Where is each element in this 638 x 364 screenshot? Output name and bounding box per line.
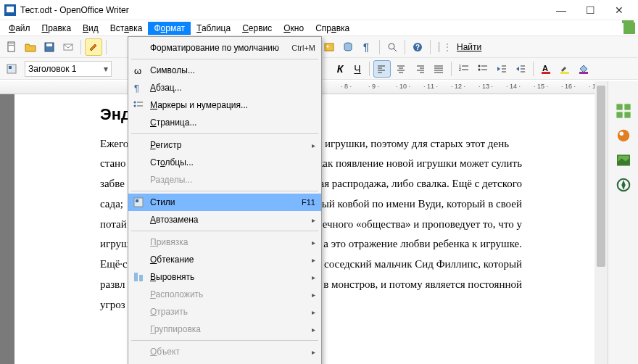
submenu-arrow-icon: ▸ <box>312 273 315 281</box>
align-right-button[interactable] <box>411 60 428 78</box>
menu-item--[interactable]: Страница... <box>128 114 321 131</box>
menu-сервис[interactable]: Сервис <box>236 22 278 35</box>
datasource-button[interactable] <box>339 38 357 56</box>
scrollbar-thumb[interactable] <box>597 86 605 267</box>
align-left-button[interactable] <box>373 60 391 78</box>
toolbar-separator <box>369 62 370 76</box>
submenu-arrow-icon: ▸ <box>312 239 315 247</box>
menu-item--[interactable]: Маркеры и нумерация... <box>128 96 321 114</box>
email-button[interactable] <box>59 38 77 56</box>
svg-rect-59 <box>579 72 588 74</box>
find-label[interactable]: Найти <box>457 42 481 52</box>
styles-toolbar-button[interactable] <box>3 60 20 78</box>
menu-separator <box>131 231 318 231</box>
save-button[interactable] <box>41 38 58 56</box>
edit-button[interactable] <box>85 38 102 56</box>
openoffice-icon <box>624 22 635 34</box>
svg-text:?: ? <box>415 44 420 51</box>
menu-item--[interactable]: Автозамена▸ <box>128 211 321 228</box>
menu-item--[interactable]: ωСимволы... <box>128 62 321 79</box>
menu-item-label: Объект <box>150 347 307 357</box>
styles-icon <box>131 197 146 208</box>
paragraph-style-combo[interactable]: Заголовок 1 <box>25 61 112 77</box>
svg-point-46 <box>478 65 481 67</box>
align-center-button[interactable] <box>392 60 410 78</box>
menu-item-label: Абзац... <box>150 83 315 93</box>
new-document-button[interactable] <box>3 38 20 56</box>
dotted-grip: ⋮ <box>443 42 452 52</box>
menu-separator <box>131 59 318 59</box>
menu-таблица[interactable]: Таблица <box>191 22 236 35</box>
toolbar-separator <box>379 40 380 54</box>
bullet-list-button[interactable] <box>474 60 492 78</box>
svg-rect-63 <box>624 112 630 117</box>
maximize-button[interactable]: ☐ <box>576 1 605 19</box>
menu-item--[interactable]: СтилиF11 <box>128 194 321 211</box>
background-color-button[interactable] <box>575 60 592 78</box>
nonprinting-button[interactable]: ¶ <box>358 38 376 56</box>
menu-вставка[interactable]: Вставка <box>104 22 149 35</box>
menu-вид[interactable]: Вид <box>77 22 104 35</box>
zoom-button[interactable] <box>384 38 401 56</box>
menu-item-label: Регистр <box>150 140 307 150</box>
menu-формат[interactable]: Формат <box>148 22 191 35</box>
svg-rect-60 <box>616 104 622 109</box>
highlight-color-button[interactable] <box>556 60 573 78</box>
svg-rect-57 <box>542 72 550 74</box>
menu-item-label: Страница... <box>150 117 315 128</box>
vertical-scrollbar[interactable] <box>594 81 608 364</box>
titlebar: Тест.odt - OpenOffice Writer — ☐ ✕ <box>0 0 638 20</box>
menu-item--[interactable]: ¶Абзац... <box>128 79 321 96</box>
menu-item--[interactable]: Регистр▸ <box>128 136 321 154</box>
menu-item--: Объект▸ <box>128 343 321 360</box>
menu-item-label: Автозамена <box>150 215 307 225</box>
align-justify-button[interactable] <box>430 60 447 78</box>
svg-point-20 <box>389 44 394 49</box>
gallery-button[interactable] <box>320 38 338 56</box>
ruler-tick: · 13 · <box>478 83 493 90</box>
help-button[interactable]: ? <box>409 38 426 56</box>
svg-rect-2 <box>9 45 14 46</box>
underline-button[interactable]: Ч <box>349 63 365 75</box>
menu-item--[interactable]: Обтекание▸ <box>128 251 321 268</box>
ruler-tick: · 15 · <box>534 83 548 90</box>
svg-text:ω: ω <box>134 65 141 76</box>
menu-item--[interactable]: Выровнять▸ <box>128 268 321 286</box>
menu-item-label: Форматирование по умолчанию <box>150 43 291 53</box>
ruler-tick: · 8 · <box>341 83 352 90</box>
menu-окно[interactable]: Окно <box>278 22 310 35</box>
menu-item--: Врезка/Объект... <box>128 360 321 364</box>
menu-правка[interactable]: Правка <box>36 22 78 35</box>
menubar: ФайлПравкаВидВставкаФорматТаблицаСервисО… <box>0 20 638 36</box>
gallery-sidebar-icon[interactable] <box>616 152 631 168</box>
close-button[interactable]: ✕ <box>605 1 634 19</box>
font-color-button[interactable]: A <box>537 60 555 78</box>
navigator-sidebar-icon[interactable] <box>616 177 631 193</box>
ruler-tick: · 9 · <box>368 83 379 90</box>
svg-rect-0 <box>8 42 14 51</box>
svg-rect-16 <box>325 44 334 51</box>
svg-text:2: 2 <box>459 67 461 72</box>
svg-rect-61 <box>624 104 630 109</box>
menu-справка[interactable]: Справка <box>310 22 355 35</box>
menu-файл[interactable]: Файл <box>3 22 36 35</box>
increase-indent-button[interactable] <box>512 60 529 78</box>
properties-icon[interactable] <box>616 103 631 119</box>
right-sidebar <box>608 81 638 364</box>
decrease-indent-button[interactable] <box>493 60 510 78</box>
svg-point-70 <box>134 102 136 104</box>
styles-sidebar-icon[interactable] <box>616 128 631 144</box>
svg-rect-1 <box>9 44 14 44</box>
svg-rect-76 <box>134 273 138 281</box>
toolbar-separator <box>106 40 107 54</box>
minimize-button[interactable]: — <box>547 1 576 19</box>
menu-shortcut: Ctrl+M <box>291 44 315 52</box>
numbered-list-button[interactable]: 12 <box>455 60 473 78</box>
menu-item--[interactable]: Форматирование по умолчаниюCtrl+M <box>128 39 321 57</box>
menu-item--[interactable]: Столбцы... <box>128 154 321 171</box>
menu-item-label: Разделы... <box>150 175 315 185</box>
open-button[interactable] <box>22 38 39 56</box>
italic-button[interactable]: К <box>332 63 348 75</box>
menu-item--: Привязка▸ <box>128 233 321 251</box>
submenu-arrow-icon: ▸ <box>312 308 315 316</box>
